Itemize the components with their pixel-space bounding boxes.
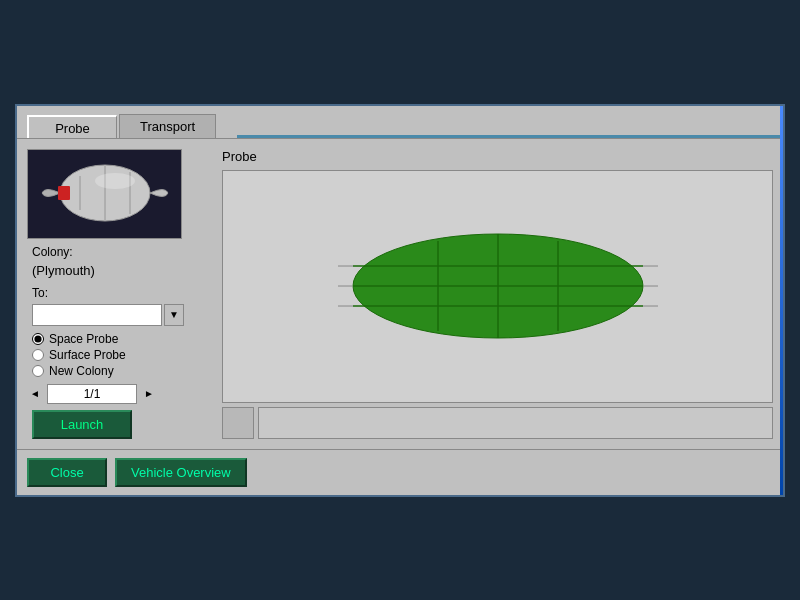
colony-name: (Plymouth) (32, 263, 212, 278)
radio-new-colony-label: New Colony (49, 364, 114, 378)
probe-svg (40, 156, 170, 231)
radio-new-colony[interactable]: New Colony (32, 364, 212, 378)
nav-display: 1/1 (47, 384, 137, 404)
nav-row: ◄ 1/1 ► (27, 384, 212, 404)
vehicle-overview-button[interactable]: Vehicle Overview (115, 458, 247, 487)
radio-new-colony-input[interactable] (32, 365, 44, 377)
radio-space-probe-input[interactable] (32, 333, 44, 345)
radio-surface-probe[interactable]: Surface Probe (32, 348, 212, 362)
svg-rect-4 (58, 186, 70, 200)
right-panel: Probe (222, 149, 773, 439)
close-button[interactable]: Close (27, 458, 107, 487)
blue-accent-line (780, 106, 783, 495)
radio-space-probe-label: Space Probe (49, 332, 118, 346)
dropdown-row: ▼ (32, 304, 212, 326)
radio-surface-probe-label: Surface Probe (49, 348, 126, 362)
probe-title: Probe (222, 149, 773, 164)
bottom-bar: Close Vehicle Overview (17, 449, 783, 495)
window-border: Probe Transport (15, 104, 785, 497)
content-area: Colony: (Plymouth) To: ▼ Space Probe (17, 139, 783, 449)
tab-probe[interactable]: Probe (27, 115, 117, 138)
dropdown-arrow-icon[interactable]: ▼ (164, 304, 184, 326)
tab-transport[interactable]: Transport (119, 114, 216, 139)
probe-bottom-row (222, 407, 773, 439)
tab-bar: Probe Transport (17, 106, 783, 139)
main-window: Probe Transport (15, 104, 785, 497)
vehicle-image (27, 149, 182, 239)
radio-space-probe[interactable]: Space Probe (32, 332, 212, 346)
to-label: To: (32, 286, 212, 300)
svg-point-5 (95, 173, 135, 189)
to-dropdown[interactable] (32, 304, 162, 326)
probe-map-svg (338, 221, 658, 351)
probe-visualization (222, 170, 773, 403)
left-panel: Colony: (Plymouth) To: ▼ Space Probe (27, 149, 212, 439)
launch-button[interactable]: Launch (32, 410, 132, 439)
colony-label: Colony: (32, 245, 212, 259)
radio-group: Space Probe Surface Probe New Colony (32, 332, 212, 378)
nav-next-button[interactable]: ► (141, 386, 157, 402)
radio-surface-probe-input[interactable] (32, 349, 44, 361)
probe-info-bar (258, 407, 773, 439)
nav-prev-button[interactable]: ◄ (27, 386, 43, 402)
probe-thumbnail (222, 407, 254, 439)
info-section: Colony: (Plymouth) To: ▼ (32, 245, 212, 326)
